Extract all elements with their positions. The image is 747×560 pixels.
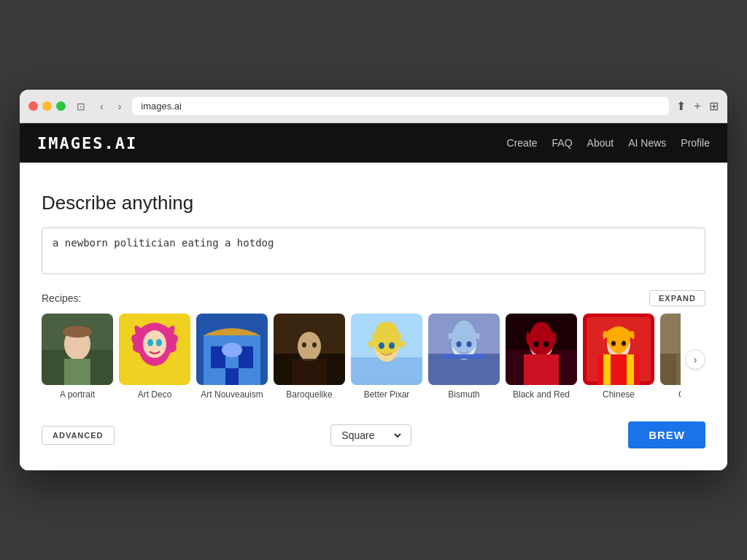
svg-point-8 (147, 339, 153, 346)
share-button[interactable]: ⬆ (676, 99, 686, 113)
recipe-item[interactable]: Chinese (583, 314, 654, 400)
sidebar-toggle-button[interactable]: ⊡ (73, 99, 89, 114)
recipes-list: A portraitArt DecoArt NouveauismBaroquel… (42, 314, 681, 405)
recipe-item[interactable]: A portrait (42, 314, 113, 400)
recipes-scroll-container: A portraitArt DecoArt NouveauismBaroquel… (42, 314, 705, 405)
recipe-thumbnail (351, 314, 422, 385)
svg-rect-44 (627, 354, 634, 385)
back-button[interactable]: ‹ (96, 99, 107, 114)
recipe-item[interactable]: Better Pixar (351, 314, 422, 400)
svg-point-21 (312, 343, 317, 348)
recipe-name: Classical (678, 389, 681, 400)
recipe-name: Baroquelike (286, 389, 332, 400)
svg-point-18 (298, 332, 321, 361)
scroll-right-button[interactable]: › (685, 349, 705, 370)
url-bar[interactable] (132, 97, 669, 115)
grid-button[interactable]: ⊞ (709, 99, 719, 113)
traffic-lights (28, 101, 66, 111)
nav-profile-link[interactable]: Profile (681, 137, 710, 149)
nav-faq-link[interactable]: FAQ (552, 137, 573, 149)
browser-window: ⊡ ‹ › ⬆ ＋ ⊞ IMAGES.AI Create FAQ About A… (20, 90, 727, 470)
svg-rect-15 (225, 368, 239, 385)
nav-create-link[interactable]: Create (507, 137, 538, 149)
recipe-name: Bismuth (448, 389, 479, 400)
forward-button[interactable]: › (115, 99, 125, 114)
svg-point-4 (63, 326, 92, 338)
svg-rect-43 (603, 354, 611, 385)
svg-point-9 (156, 339, 162, 346)
recipe-name: Better Pixar (364, 389, 410, 400)
svg-point-30 (457, 341, 462, 347)
browser-actions: ⬆ ＋ ⊞ (676, 98, 719, 114)
main-content: Describe anything a newborn politician e… (20, 163, 727, 470)
recipe-name: Black and Red (513, 389, 570, 400)
svg-point-31 (467, 341, 472, 347)
page-title: Describe anything (42, 192, 705, 214)
recipe-name: Art Deco (138, 389, 172, 400)
site-logo[interactable]: IMAGES.AI (37, 134, 137, 152)
recipe-thumbnail (274, 314, 345, 385)
shape-selector[interactable]: Square Portrait Landscape (330, 424, 411, 446)
minimize-button[interactable] (42, 101, 52, 111)
close-button[interactable] (28, 101, 38, 111)
recipe-name: Art Nouveauism (201, 389, 263, 400)
recipe-thumbnail (506, 314, 577, 385)
svg-rect-19 (292, 359, 327, 385)
recipes-header: Recipes: EXPAND (42, 290, 705, 306)
svg-rect-52 (676, 354, 681, 385)
recipe-name: Chinese (603, 389, 635, 400)
recipe-item[interactable]: Art Deco (119, 314, 190, 400)
fullscreen-button[interactable] (56, 101, 66, 111)
recipe-name: A portrait (60, 389, 95, 400)
recipes-label: Recipes: (42, 292, 81, 304)
svg-point-46 (622, 341, 626, 346)
recipe-thumbnail (42, 314, 113, 385)
svg-rect-32 (443, 354, 485, 359)
browser-chrome: ⊡ ‹ › ⬆ ＋ ⊞ (20, 90, 727, 123)
nav-ai-news-link[interactable]: AI News (628, 137, 666, 149)
recipe-item[interactable]: Art Nouveauism (196, 314, 268, 400)
svg-point-36 (534, 341, 539, 347)
recipe-item[interactable]: Classical (660, 314, 681, 400)
brew-button[interactable]: BREW (628, 421, 705, 448)
prompt-textarea[interactable]: a newborn politician eating a hotdog (42, 228, 705, 274)
recipe-thumbnail (428, 314, 500, 385)
new-tab-button[interactable]: ＋ (692, 98, 703, 114)
recipe-thumbnail (196, 314, 268, 385)
recipe-thumbnail (583, 314, 654, 385)
recipe-item[interactable]: Baroquelike (274, 314, 345, 400)
recipe-thumbnail (119, 314, 190, 385)
svg-point-26 (389, 343, 395, 349)
nav-about-link[interactable]: About (587, 137, 614, 149)
svg-point-25 (379, 343, 384, 349)
main-nav: IMAGES.AI Create FAQ About AI News Profi… (20, 123, 727, 163)
recipe-thumbnail (660, 314, 681, 385)
shape-select-input[interactable]: Square Portrait Landscape (338, 429, 403, 442)
svg-rect-38 (524, 354, 559, 385)
svg-point-37 (544, 341, 549, 347)
website: IMAGES.AI Create FAQ About AI News Profi… (20, 123, 727, 470)
svg-point-20 (302, 343, 306, 348)
recipe-item[interactable]: Black and Red (506, 314, 577, 400)
advanced-button[interactable]: ADVANCED (42, 426, 115, 445)
nav-links: Create FAQ About AI News Profile (507, 136, 710, 149)
bottom-bar: ADVANCED Square Portrait Landscape BREW (42, 419, 705, 448)
expand-button[interactable]: EXPAND (649, 290, 705, 306)
svg-rect-14 (222, 343, 242, 357)
svg-rect-3 (64, 359, 90, 385)
recipe-item[interactable]: Bismuth (428, 314, 500, 400)
svg-point-45 (611, 341, 616, 346)
